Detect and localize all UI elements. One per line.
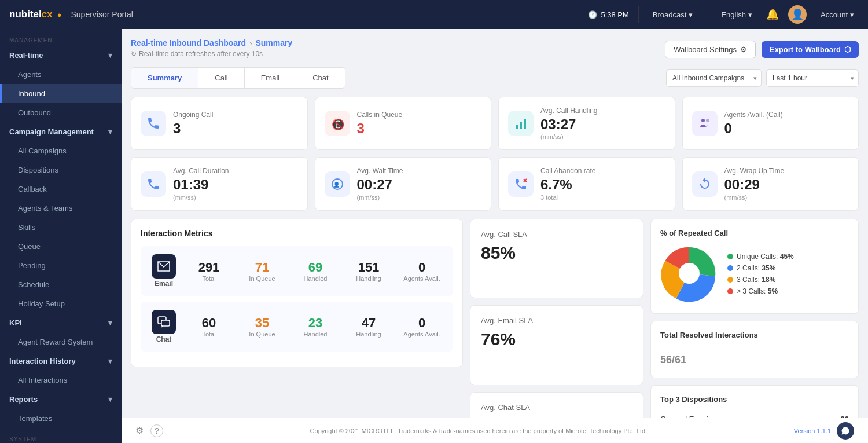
sidebar-item-outbound[interactable]: Outbound [0, 103, 122, 122]
agents-label: Agents [18, 70, 41, 79]
sidebar-item-all-campaigns[interactable]: All Campaigns [0, 141, 122, 160]
wallboard-settings-button[interactable]: Wallboard Settings ⚙ [665, 41, 756, 58]
avg-wrapup-value: 00:29 [724, 177, 849, 192]
export-wallboard-button[interactable]: Export to Wallboard ⬡ [762, 41, 859, 58]
sidebar-item-agents-teams[interactable]: Agents & Teams [0, 199, 122, 218]
avg-wait-value: 00:27 [357, 177, 482, 192]
sidebar-item-all-interactions[interactable]: All Interactions [0, 371, 122, 390]
sidebar-item-holiday[interactable]: Holiday Setup [0, 294, 122, 313]
help-footer-icon[interactable]: ? [150, 424, 163, 437]
chat-queue-value: 35 [240, 316, 284, 331]
sidebar-item-agent-reward[interactable]: Agent Reward System [0, 332, 122, 352]
settings-footer-icon[interactable]: ⚙ [135, 425, 144, 436]
agents-avail-call-value: 0 [724, 121, 849, 136]
dispositions-label: Dispositions [18, 166, 58, 174]
phone-queue-icon: 📵 [330, 116, 344, 130]
filter-row: All Inbound Campaigns Last 1 hour [666, 69, 859, 87]
time-filter[interactable]: Last 1 hour [766, 69, 859, 87]
chat-total-stat: 60 Total [187, 316, 231, 338]
sidebar-item-agents[interactable]: Agents [0, 65, 122, 84]
sidebar-item-callback[interactable]: Callback [0, 180, 122, 199]
svg-rect-11 [161, 320, 170, 326]
language-button[interactable]: English ▾ [716, 8, 757, 21]
tab-summary[interactable]: Summary [131, 68, 198, 88]
sidebar-item-kpi[interactable]: KPI ▾ [0, 313, 122, 332]
tabs-container: Summary Call Email Chat [131, 67, 345, 89]
avg-wait-sub: (mm/ss) [357, 194, 482, 201]
breadcrumb-current: Summary [255, 38, 292, 47]
tab-email[interactable]: Email [245, 68, 297, 88]
abandon-icon-wrap [508, 171, 534, 197]
phone-icon [146, 116, 160, 130]
all-interactions-label: All Interactions [18, 376, 67, 385]
calls-queue-label: Calls in Queue [357, 111, 482, 119]
sidebar: Management Real-time ▾ Agents Inbound Ou… [0, 29, 122, 443]
kpi-label: KPI [9, 318, 22, 327]
sidebar-item-pending[interactable]: Pending [0, 256, 122, 275]
avg-handling-sub: (mm/ss) [540, 133, 665, 140]
sidebar-item-schedule[interactable]: Schedule [0, 275, 122, 294]
chat-total-value: 60 [187, 316, 231, 331]
current-time: 5:38 PM [601, 10, 628, 19]
sidebar-item-realtime[interactable]: Real-time ▾ [0, 46, 122, 65]
bar-chart-icon [514, 116, 528, 130]
agents-teams-label: Agents & Teams [18, 204, 72, 213]
pie-chart-wrap [660, 244, 718, 304]
refresh-note: ↻ Real-time data refreshes after every 1… [131, 50, 292, 58]
broadcast-label: Broadcast [653, 10, 687, 19]
metric-calls-queue: 📵 Calls in Queue 3 [315, 97, 492, 150]
breadcrumb-parent[interactable]: Real-time Inbound Dashboard [131, 38, 246, 47]
footer-version[interactable]: Version 1.1.1 [794, 427, 831, 434]
avg-duration-label: Avg. Call Duration [173, 167, 298, 175]
chevron-down-icon: ▾ [850, 10, 854, 19]
footer-chat-button[interactable] [837, 422, 854, 440]
notifications-bell[interactable]: 🔔 [766, 8, 779, 21]
sidebar-item-reports[interactable]: Reports ▾ [0, 390, 122, 409]
footer-copyright: Copyright © 2021 MICROTEL. Trademarks & … [310, 427, 648, 434]
ongoing-call-label: Ongoing Call [173, 111, 298, 119]
email-total-stat: 291 Total [187, 260, 231, 282]
metric-call-abandon: Call Abandon rate 6.7% 3 total [498, 157, 675, 210]
metric-info-avg-wait: Avg. Wait Time 00:27 (mm/ss) [357, 167, 482, 200]
gear-icon: ⚙ [740, 45, 747, 54]
wrapup-icon-wrap [692, 171, 718, 197]
dispositions-title: Top 3 Dispositions [660, 395, 849, 404]
tab-call[interactable]: Call [198, 68, 244, 88]
tab-chat[interactable]: Chat [296, 68, 344, 88]
broadcast-button[interactable]: Broadcast ▾ [648, 8, 698, 21]
chevron-down-icon: ▾ [689, 10, 693, 19]
pie-legend-2calls: 2 Calls: 35% [727, 264, 794, 272]
metric-avg-wait: 👤 Avg. Wait Time 00:27 (mm/ss) [315, 157, 492, 210]
email-icon [157, 261, 170, 272]
unique-calls-dot [727, 254, 733, 259]
sidebar-item-interaction-history[interactable]: Interaction History ▾ [0, 352, 122, 371]
metric-info-avg-duration: Avg. Call Duration 01:39 (mm/ss) [173, 167, 298, 200]
avg-duration-icon-wrap [141, 171, 166, 197]
chevron-icon: ▾ [108, 395, 112, 404]
metric-info-queue: Calls in Queue 3 [357, 111, 482, 136]
chat-agents-label: Agents Avail. [400, 331, 444, 338]
svg-text:📵: 📵 [332, 118, 344, 130]
nav-divider [638, 6, 639, 23]
resolved-value: 56/61 [660, 344, 849, 368]
call-sla-card: Avg. Call SLA 85% [470, 219, 643, 299]
account-button[interactable]: Account ▾ [816, 8, 859, 21]
metric-avg-duration: Avg. Call Duration 01:39 (mm/ss) [131, 157, 308, 210]
ongoing-call-value: 3 [173, 121, 298, 136]
chevron-icon: ▾ [108, 318, 112, 327]
sidebar-item-templates[interactable]: Templates [0, 409, 122, 428]
sidebar-item-queue[interactable]: Queue [0, 237, 122, 256]
sidebar-item-skills[interactable]: Skills [0, 218, 122, 237]
pie-legend-unique: Unique Calls: 45% [727, 252, 794, 261]
sidebar-item-dispositions[interactable]: Dispositions [0, 160, 122, 180]
chevron-down-icon: ▾ [748, 10, 752, 19]
email-queue-value: 71 [240, 260, 284, 275]
wrapup-icon [698, 177, 712, 191]
unique-calls-label: Unique Calls: 45% [737, 252, 794, 261]
chat-total-label: Total [187, 331, 231, 338]
pending-label: Pending [18, 261, 46, 270]
campaign-filter[interactable]: All Inbound Campaigns [666, 69, 762, 87]
avg-wrapup-label: Avg. Wrap Up Time [724, 167, 849, 175]
sidebar-item-campaign-management[interactable]: Campaign Management ▾ [0, 122, 122, 141]
sidebar-item-inbound[interactable]: Inbound [0, 84, 122, 103]
